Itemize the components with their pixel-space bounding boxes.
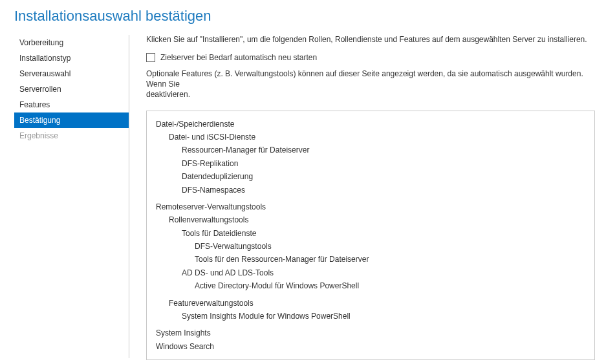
main-panel: Klicken Sie auf "Installieren", um die f… (129, 35, 595, 360)
tree-item: DFS-Verwaltungstools (156, 240, 585, 253)
sidebar-item-ergebnisse: Ergebnisse (14, 128, 129, 144)
tree-item: Rollenverwaltungstools (156, 213, 585, 226)
tree-item: Ressourcen-Manager für Dateiserver (156, 144, 585, 156)
tree-item: AD DS- und AD LDS-Tools (156, 266, 585, 279)
tree-item: Windows Search (156, 340, 585, 353)
tree-item: System Insights Module for Windows Power… (156, 310, 585, 323)
tree-item: Tools für den Ressourcen-Manager für Dat… (156, 253, 585, 266)
optional-features-note: Optionale Features (z. B. Verwaltungstoo… (146, 69, 595, 100)
page-title: Installationsauswahl bestätigen (0, 0, 595, 35)
tree-item: Remoteserver-Verwaltungstools (156, 200, 585, 213)
selection-tree: Datei-/SpeicherdiensteDatei- und iSCSI-D… (146, 111, 595, 361)
restart-checkbox[interactable] (146, 53, 155, 62)
tree-item: DFS-Namespaces (156, 184, 585, 197)
content-area: Vorbereitung Installationstyp Serverausw… (0, 35, 595, 360)
tree-item: DFS-Replikation (156, 157, 585, 170)
tree-item: Tools für Dateidienste (156, 227, 585, 240)
sidebar-item-vorbereitung[interactable]: Vorbereitung (14, 35, 129, 50)
tree-item: Datei-/Speicherdienste (156, 118, 585, 131)
intro-text: Klicken Sie auf "Installieren", um die f… (146, 35, 595, 44)
sidebar-item-bestaetigung[interactable]: Bestätigung (14, 112, 129, 128)
sidebar-item-serverauswahl[interactable]: Serverauswahl (14, 66, 129, 81)
tree-item: Active Directory-Modul für Windows Power… (156, 279, 585, 292)
restart-checkbox-label: Zielserver bei Bedarf automatisch neu st… (160, 53, 317, 62)
sidebar-item-installationstyp[interactable]: Installationstyp (14, 50, 129, 66)
tree-item: Featureverwaltungstools (156, 297, 585, 310)
tree-item: System Insights (156, 327, 585, 339)
restart-checkbox-row: Zielserver bei Bedarf automatisch neu st… (146, 53, 595, 62)
wizard-steps-sidebar: Vorbereitung Installationstyp Serverausw… (0, 35, 129, 358)
sidebar-item-features[interactable]: Features (14, 97, 129, 112)
tree-item: Datei- und iSCSI-Dienste (156, 131, 585, 144)
sidebar-item-serverrollen[interactable]: Serverrollen (14, 81, 129, 97)
tree-item: Datendeduplizierung (156, 170, 585, 183)
